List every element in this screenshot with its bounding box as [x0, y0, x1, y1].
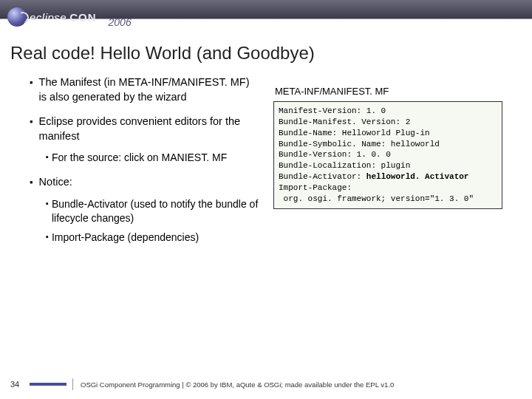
code-file-label: META-INF/MANIFEST. MF — [275, 86, 502, 97]
slide-footer: 34 OSGi Component Programming | © 2006 b… — [0, 378, 532, 390]
page-number: 34 — [0, 380, 30, 389]
left-column: The Manifest (in META-INF/MANIFEST. MF) … — [30, 75, 259, 255]
right-column: META-INF/MANIFEST. MF Manifest-Version: … — [273, 75, 502, 255]
slide-header: eclipse CON 2006 — [0, 0, 532, 34]
bullet-text: Eclipse provides convenient editors for … — [39, 115, 259, 143]
footer-divider — [72, 378, 73, 390]
footer-text: OSGi Component Programming | © 2006 by I… — [81, 381, 394, 389]
logo: eclipse CON — [7, 7, 97, 27]
slide-title: Real code! Hello World (and Goodbye) — [0, 34, 532, 69]
conference-year: 2006 — [109, 16, 132, 34]
subbullet-activator: Bundle-Activator (used to notify the bun… — [46, 197, 259, 225]
footer-accent-bar — [30, 383, 66, 386]
logo-suffix: CON — [69, 11, 96, 24]
bullet-manifest: The Manifest (in META-INF/MANIFEST. MF) … — [30, 75, 259, 104]
bullet-text: The Manifest (in META-INF/MANIFEST. MF) … — [39, 75, 259, 104]
bullet-editors: Eclipse provides convenient editors for … — [30, 115, 259, 165]
subbullet-source: For the source: click on MANIEST. MF — [46, 151, 259, 165]
bullet-text: Notice: — [39, 175, 72, 190]
bullet-notice: Notice: Bundle-Activator (used to notify… — [30, 175, 259, 245]
subbullet-import: Import-Package (dependencies) — [46, 231, 259, 245]
slide-content: The Manifest (in META-INF/MANIFEST. MF) … — [0, 69, 532, 255]
manifest-code-box: Manifest-Version: 1. 0 Bundle-Manifest. … — [273, 101, 502, 209]
eclipse-globe-icon — [7, 7, 27, 27]
logo-prefix: eclipse — [30, 11, 66, 24]
